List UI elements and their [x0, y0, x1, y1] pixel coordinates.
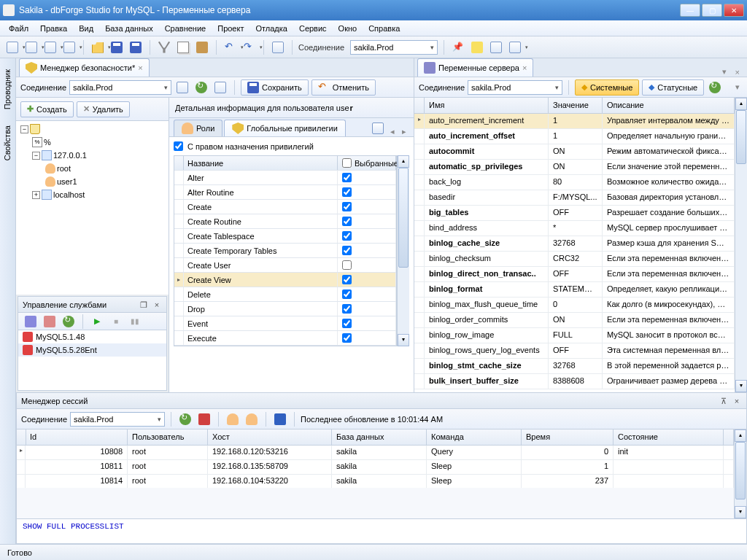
privilege-row[interactable]: Create Temporary Tables: [174, 244, 396, 258]
open-button[interactable]: ▾: [90, 39, 106, 55]
edit-button[interactable]: [469, 39, 485, 55]
undo-button[interactable]: ↶▾: [222, 39, 239, 55]
privilege-row[interactable]: Event: [174, 316, 396, 331]
menu-файл[interactable]: Файл: [4, 22, 33, 35]
privilege-checkbox[interactable]: [342, 260, 352, 270]
tool-button-1[interactable]: [270, 39, 286, 55]
variable-row[interactable]: binlog_max_flush_queue_time0Как долго (в…: [414, 298, 735, 313]
variable-row[interactable]: ▸auto_increment_increment1Управляет инте…: [414, 114, 735, 129]
variable-row[interactable]: binlog_order_commitsONЕсли эта переменна…: [414, 313, 735, 328]
close-services-icon[interactable]: ×: [152, 300, 162, 310]
copy-button[interactable]: [175, 39, 191, 55]
session-row[interactable]: 10811root192.168.0.135:58709sakilaSleep1: [17, 460, 734, 475]
window-icon[interactable]: ❐: [139, 300, 149, 310]
variable-row[interactable]: bulk_insert_buffer_size8388608Ограничива…: [414, 374, 735, 389]
vars-conn-combo[interactable]: sakila.Prod: [468, 80, 562, 95]
security-tree[interactable]: − %% −127.0.0.1 root user1 +localhost: [16, 121, 169, 295]
tab-global-privileges[interactable]: Глобальные привилегии: [224, 120, 346, 136]
session-row[interactable]: 10814root192.168.0.104:53220sakilaSleep2…: [17, 475, 734, 488]
tree-node[interactable]: −127.0.0.1: [18, 149, 167, 162]
close-button[interactable]: ✕: [724, 4, 744, 17]
delete-button[interactable]: ✕Удалить: [77, 101, 130, 117]
col-header-value[interactable]: Значение: [549, 98, 603, 114]
services-stop-button[interactable]: ■: [108, 314, 124, 330]
services-pause-button[interactable]: ▮▮: [127, 314, 143, 330]
menu-база данных[interactable]: База данных: [101, 22, 158, 35]
scrollbar[interactable]: ▴ ▾: [397, 155, 409, 346]
privilege-row[interactable]: Alter Routine: [174, 185, 396, 200]
variable-row[interactable]: binlog_checksumCRC32Если эта переменная …: [414, 252, 735, 267]
variable-row[interactable]: big_tablesOFFРазрешает создание больших …: [414, 206, 735, 221]
save-button[interactable]: [109, 39, 125, 55]
privilege-checkbox[interactable]: [342, 275, 352, 284]
menu-вид[interactable]: Вид: [74, 22, 98, 35]
tab-close-icon[interactable]: ×: [731, 68, 744, 77]
col-header[interactable]: Время: [522, 429, 614, 446]
variable-row[interactable]: binlog_row_imageFULLMySQL заносит в прот…: [414, 328, 735, 343]
maximize-button[interactable]: ▢: [702, 4, 722, 17]
privilege-checkbox[interactable]: [342, 231, 352, 241]
col-header[interactable]: Id: [26, 429, 128, 446]
variable-row[interactable]: binlog_direct_non_transac..OFFЕсли эта п…: [414, 267, 735, 282]
tree-node[interactable]: %%: [18, 136, 167, 149]
new-query-button[interactable]: ▾: [23, 39, 39, 55]
vtab-проводник[interactable]: Проводник: [0, 61, 15, 117]
minimize-button[interactable]: —: [680, 4, 700, 17]
sessions-conn-combo[interactable]: sakila.Prod: [70, 412, 165, 427]
privilege-row[interactable]: ▸Create View: [174, 273, 396, 287]
variable-row[interactable]: binlog_rows_query_log_eventsOFFЭта систе…: [414, 343, 735, 359]
services-play-button[interactable]: ▶: [89, 314, 105, 330]
save-security-button[interactable]: Сохранить: [241, 79, 309, 96]
privilege-checkbox[interactable]: [342, 319, 352, 328]
new-table-button[interactable]: ▾: [42, 39, 58, 55]
tree-node[interactable]: −: [18, 122, 167, 136]
sessions-btn-3[interactable]: [225, 411, 241, 427]
new-sql-button[interactable]: ▾: [4, 39, 20, 55]
close-tab-icon[interactable]: ×: [522, 63, 527, 72]
menu-правка[interactable]: Правка: [36, 22, 71, 35]
connection-combo[interactable]: sakila.Prod: [350, 40, 438, 55]
privilege-checkbox[interactable]: [342, 304, 352, 314]
menu-отладка[interactable]: Отладка: [251, 22, 291, 35]
tab-roles[interactable]: Роли: [174, 120, 222, 136]
menu-сравнение[interactable]: Сравнение: [160, 22, 211, 35]
privilege-row[interactable]: Execute: [174, 331, 396, 346]
scrollbar[interactable]: ▴ ▾: [735, 98, 747, 392]
vars-refresh-button[interactable]: [707, 79, 723, 96]
redo-button[interactable]: ↷▾: [241, 39, 258, 55]
edit-button-2[interactable]: [488, 39, 504, 55]
menu-окно[interactable]: Окно: [334, 22, 362, 35]
col-header[interactable]: Команда: [427, 429, 522, 446]
security-refresh-button[interactable]: [193, 79, 209, 96]
col-header-name[interactable]: Название: [183, 156, 338, 170]
pin-button[interactable]: 📌: [450, 39, 466, 55]
privileges-grid[interactable]: Название Выбранные AlterAlter RoutineCre…: [174, 155, 397, 346]
tree-node[interactable]: root: [18, 162, 167, 175]
session-row[interactable]: ▸10808root192.168.0.120:53216sakilaQuery…: [17, 446, 734, 460]
security-action-1[interactable]: [174, 79, 190, 96]
menu-проект[interactable]: Проект: [213, 22, 248, 35]
variable-row[interactable]: bind_address*MySQL сервер прослушивает T…: [414, 221, 735, 236]
privilege-checkbox[interactable]: [342, 202, 352, 211]
service-row[interactable]: MySQL5.1.48: [18, 330, 166, 343]
tree-node[interactable]: user1: [18, 175, 167, 188]
privilege-row[interactable]: Delete: [174, 287, 396, 302]
variable-row[interactable]: basedirF:/MYSQL...Базовая директория уст…: [414, 190, 735, 206]
variable-row[interactable]: binlog_stmt_cache_size32768В этой переме…: [414, 359, 735, 374]
services-refresh-button[interactable]: [61, 314, 77, 330]
new-file-button[interactable]: ▾: [61, 39, 77, 55]
security-action-3[interactable]: [212, 79, 228, 96]
doc-tab-variables[interactable]: Переменные сервера ×: [417, 58, 533, 77]
status-vars-button[interactable]: ◆Статусные: [642, 79, 704, 96]
privilege-checkbox[interactable]: [342, 289, 352, 299]
sessions-btn-4[interactable]: [244, 411, 260, 427]
save-all-button[interactable]: [128, 39, 144, 55]
sessions-grid[interactable]: IdПользовательХостБаза данныхКомандаВрем…: [17, 429, 734, 488]
cut-button[interactable]: [156, 39, 172, 55]
sessions-refresh-button[interactable]: [177, 411, 193, 427]
col-header[interactable]: Состояние: [614, 429, 724, 446]
privilege-row[interactable]: Create: [174, 200, 396, 214]
service-row[interactable]: MySQL5.5.28Ent: [18, 343, 166, 357]
tab-menu-icon[interactable]: ▾: [718, 67, 731, 77]
services-btn-1[interactable]: [23, 314, 39, 330]
